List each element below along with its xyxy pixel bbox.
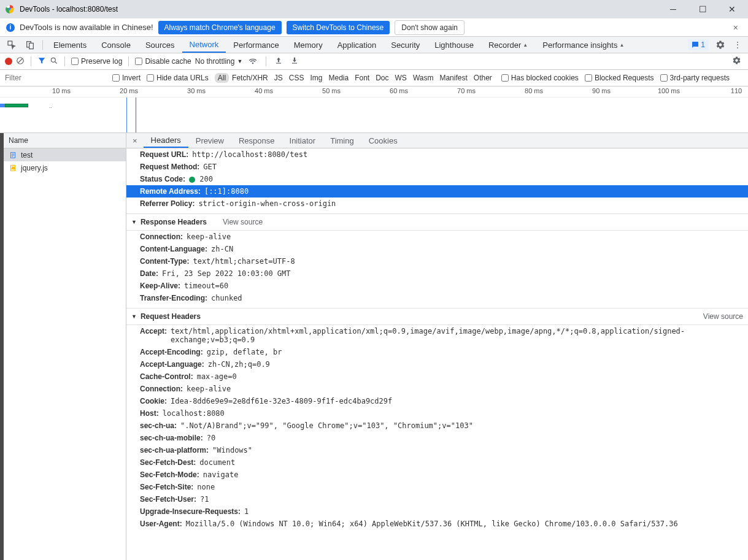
close-button[interactable]: ✕ — [723, 4, 741, 14]
third-party-checkbox[interactable]: 3rd-party requests — [660, 74, 730, 82]
timeline-tick: 80 ms — [525, 87, 543, 94]
tab-recorder[interactable]: Recorder ▲ — [481, 37, 535, 53]
type-filter-wasm[interactable]: Wasm — [410, 73, 437, 83]
chrome-icon — [5, 4, 15, 14]
type-filter-fetch-xhr[interactable]: Fetch/XHR — [229, 73, 271, 83]
detail-tab-headers[interactable]: Headers — [144, 133, 188, 148]
detail-tab-preview[interactable]: Preview — [188, 133, 231, 148]
view-source-link[interactable]: View source — [703, 312, 743, 321]
always-match-button[interactable]: Always match Chrome's language — [158, 21, 282, 34]
clear-button[interactable] — [16, 56, 25, 67]
header-row[interactable]: Accept-Encoding:gzip, deflate, br — [126, 346, 748, 358]
header-row[interactable]: Transfer-Encoding:chunked — [126, 292, 748, 304]
header-row[interactable]: Cache-Control:max-age=0 — [126, 370, 748, 383]
network-timeline[interactable]: 10 ms20 ms30 ms40 ms50 ms60 ms70 ms80 ms… — [0, 86, 748, 133]
minimize-button[interactable]: ─ — [665, 4, 682, 14]
network-conditions-icon[interactable] — [246, 56, 260, 67]
header-row[interactable]: Content-Type:text/html;charset=UTF-8 — [126, 255, 748, 267]
tab-performance-insights[interactable]: Performance insights ▲ — [535, 37, 631, 53]
header-row[interactable]: Accept:text/html,application/xhtml+xml,a… — [126, 325, 748, 346]
type-filter-css[interactable]: CSS — [286, 73, 307, 83]
header-row[interactable]: Connection:keep-alive — [126, 231, 748, 243]
infobar-close-icon[interactable]: × — [730, 23, 742, 33]
tab-security[interactable]: Security — [384, 37, 427, 53]
type-filter-doc[interactable]: Doc — [372, 73, 391, 83]
type-filter-media[interactable]: Media — [325, 73, 352, 83]
header-row[interactable]: Sec-Fetch-Site:none — [126, 481, 748, 493]
search-icon[interactable] — [50, 56, 58, 67]
type-filter-manifest[interactable]: Manifest — [436, 73, 470, 83]
header-row[interactable]: Referrer Policy:strict-origin-when-cross… — [126, 198, 748, 210]
tab-memory[interactable]: Memory — [287, 37, 330, 53]
tab-network[interactable]: Network — [182, 37, 226, 53]
header-row[interactable]: Date:Fri, 23 Sep 2022 10:03:00 GMT — [126, 267, 748, 280]
detail-tab-timing[interactable]: Timing — [323, 133, 361, 148]
filter-input[interactable] — [5, 74, 106, 82]
header-row[interactable]: Cookie:Idea-8dd6e9e9=2e8df61e-32e3-4809-… — [126, 395, 748, 407]
type-filter-all[interactable]: All — [215, 73, 229, 83]
invert-checkbox[interactable]: Invert — [112, 74, 141, 82]
header-row[interactable]: Content-Language:zh-CN — [126, 243, 748, 255]
type-filter-js[interactable]: JS — [271, 73, 286, 83]
header-row[interactable]: Sec-Fetch-Mode:navigate — [126, 469, 748, 481]
close-details-icon[interactable]: × — [126, 133, 144, 148]
upload-har-icon[interactable] — [272, 56, 285, 67]
disable-cache-checkbox[interactable]: Disable cache — [135, 57, 191, 66]
response-headers-section[interactable]: ▼ Response Headers View source — [126, 213, 748, 231]
inspect-element-icon[interactable] — [2, 37, 21, 53]
tab-lighthouse[interactable]: Lighthouse — [427, 37, 481, 53]
type-filter-font[interactable]: Font — [352, 73, 372, 83]
header-row[interactable]: Status Code: 200 — [126, 173, 748, 185]
hide-data-urls-checkbox[interactable]: Hide data URLs — [147, 74, 209, 82]
header-row[interactable]: sec-ch-ua-mobile:?0 — [126, 432, 748, 444]
detail-tab-initiator[interactable]: Initiator — [282, 133, 323, 148]
header-row[interactable]: Request Method:GET — [126, 161, 748, 173]
header-row[interactable]: Upgrade-Insecure-Requests:1 — [126, 505, 748, 518]
view-source-link[interactable]: View source — [223, 218, 263, 226]
header-row[interactable]: Request URL:http://localhost:8080/test — [126, 148, 748, 161]
issues-badge[interactable]: 1 — [688, 39, 709, 50]
throttling-select[interactable]: No throttling▼ — [195, 57, 243, 66]
header-row[interactable]: Sec-Fetch-User:?1 — [126, 493, 748, 505]
device-toolbar-icon[interactable] — [21, 37, 39, 53]
dont-show-button[interactable]: Don't show again — [395, 20, 465, 35]
detail-tab-cookies[interactable]: Cookies — [361, 133, 405, 148]
header-value: navigate — [203, 470, 239, 479]
detail-tab-response[interactable]: Response — [231, 133, 282, 148]
type-filter-img[interactable]: Img — [307, 73, 325, 83]
request-list-header[interactable]: Name — [4, 133, 126, 148]
request-row[interactable]: JSjquery.js — [4, 161, 126, 174]
type-filter-other[interactable]: Other — [471, 73, 495, 83]
tab-sources[interactable]: Sources — [138, 37, 182, 53]
request-row[interactable]: test — [4, 148, 126, 161]
header-row[interactable]: sec-ch-ua:".Not/A)Brand";v="99", "Google… — [126, 420, 748, 432]
settings-icon[interactable] — [711, 37, 730, 53]
blocked-requests-checkbox[interactable]: Blocked Requests — [585, 74, 654, 82]
request-headers-section[interactable]: ▼ Request Headers View source — [126, 308, 748, 325]
download-har-icon[interactable] — [288, 56, 301, 67]
headers-pane[interactable]: Request URL:http://localhost:8080/testRe… — [126, 148, 748, 560]
network-settings-icon[interactable] — [730, 56, 743, 67]
header-row[interactable]: sec-ch-ua-platform:"Windows" — [126, 444, 748, 456]
tab-application[interactable]: Application — [330, 37, 384, 53]
tab-elements[interactable]: Elements — [46, 37, 94, 53]
header-row[interactable]: Host:localhost:8080 — [126, 407, 748, 420]
maximize-button[interactable]: ☐ — [694, 4, 711, 14]
switch-language-button[interactable]: Switch DevTools to Chinese — [287, 21, 390, 34]
header-row[interactable]: Accept-Language:zh-CN,zh;q=0.9 — [126, 358, 748, 370]
preserve-log-checkbox[interactable]: Preserve log — [71, 57, 122, 66]
header-key: sec-ch-ua-platform: — [140, 446, 209, 455]
tab-console[interactable]: Console — [94, 37, 138, 53]
header-row[interactable]: Keep-Alive:timeout=60 — [126, 280, 748, 292]
header-row[interactable]: Remote Address:[::1]:8080 — [126, 185, 748, 198]
type-filter-ws[interactable]: WS — [392, 73, 410, 83]
header-row[interactable]: Connection:keep-alive — [126, 383, 748, 395]
has-blocked-cookies-checkbox[interactable]: Has blocked cookies — [501, 74, 579, 82]
filter-toggle-icon[interactable] — [37, 56, 46, 67]
record-button[interactable] — [5, 58, 12, 65]
tab-performance[interactable]: Performance — [226, 37, 286, 53]
header-row[interactable]: Sec-Fetch-Dest:document — [126, 456, 748, 469]
timeline-tick: 10 ms — [52, 87, 71, 94]
header-row[interactable]: User-Agent:Mozilla/5.0 (Windows NT 10.0;… — [126, 518, 748, 530]
more-menu-icon[interactable]: ⋮ — [730, 37, 746, 53]
